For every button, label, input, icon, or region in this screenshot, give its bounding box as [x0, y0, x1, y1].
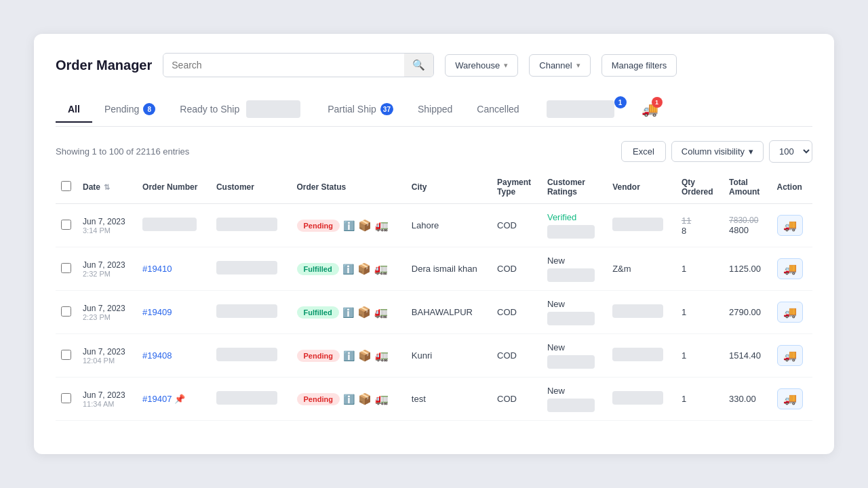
row-action: 🚚	[772, 247, 812, 291]
customer-placeholder	[216, 218, 277, 231]
chevron-down-icon: ▾	[576, 61, 580, 70]
row-action: 🚚	[772, 204, 812, 247]
row-order-status: Pending ℹ️ 📦 🚛	[292, 334, 406, 378]
action-truck-button[interactable]: 🚚	[777, 302, 803, 323]
col-customer-ratings: CustomerRatings	[542, 171, 607, 204]
info-icon[interactable]: ℹ️	[343, 220, 355, 231]
col-vendor: Vendor	[607, 171, 676, 204]
row-date: Jun 7, 2023 3:14 PM	[77, 204, 137, 247]
row-payment-type: COD	[492, 334, 542, 378]
order-num-placeholder	[142, 218, 197, 231]
col-payment-type: PaymentType	[492, 171, 542, 204]
action-truck-button[interactable]: 🚚	[777, 345, 803, 366]
action-truck-button[interactable]: 🚚	[777, 258, 803, 279]
row-checkbox[interactable]	[61, 350, 71, 360]
row-customer	[211, 334, 292, 378]
column-visibility-button[interactable]: Column visibility ▾	[671, 141, 764, 162]
tab-pending[interactable]: Pending 8	[92, 96, 167, 123]
row-date: Jun 7, 2023 2:32 PM	[77, 247, 137, 291]
row-checkbox[interactable]	[61, 306, 71, 317]
col-qty-ordered: QtyOrdered	[676, 171, 724, 204]
row-checkbox[interactable]	[61, 263, 71, 273]
row-vendor	[607, 378, 676, 421]
customer-placeholder	[216, 348, 277, 361]
row-vendor: Z&m	[607, 247, 676, 291]
partial-ship-badge: 37	[380, 103, 393, 115]
order-number-link[interactable]: #19407	[142, 394, 172, 404]
select-all-checkbox[interactable]	[61, 181, 71, 191]
row-checkbox-cell	[56, 334, 77, 378]
order-number-link[interactable]: #19410	[142, 264, 172, 274]
box-icon[interactable]: 📦	[358, 349, 372, 362]
vendor-placeholder	[612, 391, 663, 405]
rating-placeholder	[547, 355, 595, 369]
status-badge: Pending	[297, 393, 340, 405]
main-container: Order Manager 🔍 Warehouse ▾ Channel ▾ Ma…	[34, 34, 834, 454]
tab-shipped[interactable]: Shipped	[406, 97, 465, 123]
per-page-select[interactable]: 100 50 25	[769, 140, 812, 163]
order-number-link[interactable]: #19408	[142, 350, 172, 361]
info-icon[interactable]: ℹ️	[342, 307, 354, 318]
box-icon[interactable]: 📦	[357, 306, 371, 319]
customer-placeholder	[216, 261, 277, 274]
truck-icon[interactable]: 🚛	[375, 392, 389, 405]
box-icon[interactable]: 📦	[358, 392, 372, 405]
order-number-link[interactable]: #19409	[142, 307, 172, 317]
status-badge: Pending	[297, 220, 340, 232]
manage-filters-button[interactable]: Manage filters	[601, 54, 677, 77]
truck-icon[interactable]: 🚛	[374, 306, 388, 319]
info-icon[interactable]: ℹ️	[342, 264, 354, 274]
table-row: Jun 7, 2023 11:34 AM #19407 📌 Pending ℹ️…	[56, 378, 812, 421]
qty-ordered-value: 1	[682, 307, 718, 317]
row-checkbox[interactable]	[61, 393, 71, 403]
amount-strikethrough: 7830.00	[729, 216, 766, 225]
vendor-placeholder	[612, 218, 663, 231]
row-order-status: Pending ℹ️ 📦 🚛	[292, 378, 406, 421]
status-badge: Fulfilled	[297, 306, 339, 319]
row-date: Jun 7, 2023 2:23 PM	[77, 291, 137, 334]
sort-icon: ⇅	[104, 183, 110, 191]
info-icon[interactable]: ℹ️	[343, 350, 355, 361]
channel-filter[interactable]: Channel ▾	[529, 54, 590, 77]
row-checkbox-cell	[56, 247, 77, 291]
box-icon[interactable]: 📦	[357, 262, 371, 275]
action-truck-button[interactable]: 🚚	[777, 388, 803, 409]
tab-ready-to-ship[interactable]: Ready to Ship	[167, 94, 315, 126]
action-truck-button[interactable]: 🚚	[777, 215, 803, 236]
warehouse-filter[interactable]: Warehouse ▾	[445, 54, 518, 77]
row-total-amount: 1514.40	[724, 334, 771, 378]
row-payment-type: COD	[492, 378, 542, 421]
qty-ordered-value: 1	[682, 350, 718, 361]
tab-partial-ship[interactable]: Partial Ship 37	[315, 96, 406, 123]
row-city: Lahore	[406, 204, 492, 247]
amount-value: 1125.00	[729, 264, 761, 274]
tab-all[interactable]: All	[56, 97, 92, 123]
search-button[interactable]: 🔍	[404, 54, 433, 77]
truck-icon[interactable]: 🚛	[375, 219, 389, 232]
amount-main: 4800	[729, 225, 766, 235]
info-icon[interactable]: ℹ️	[343, 394, 355, 405]
col-city: City	[406, 171, 492, 204]
tab-extra1[interactable]: 1	[532, 94, 629, 126]
row-checkbox[interactable]	[61, 220, 71, 230]
truck-icon[interactable]: 🚛	[374, 262, 388, 275]
rating-value: New	[547, 299, 565, 309]
table-controls: Showing 1 to 100 of 22116 entries Excel …	[56, 140, 812, 163]
tab-cancelled[interactable]: Cancelled	[465, 97, 531, 123]
row-order-number	[137, 204, 211, 247]
box-icon[interactable]: 📦	[358, 219, 372, 232]
truck-icon-wrapper: 🚚 1	[642, 101, 658, 117]
rating-value: New	[547, 256, 565, 266]
row-total-amount: 7830.00 4800	[724, 204, 771, 247]
truck-badge: 1	[652, 97, 663, 108]
table-row: Jun 7, 2023 12:04 PM #19408 Pending ℹ️ 📦…	[56, 334, 812, 378]
row-customer	[211, 291, 292, 334]
excel-button[interactable]: Excel	[621, 141, 666, 162]
row-city: BAHAWALPUR	[406, 291, 492, 334]
row-checkbox-cell	[56, 378, 77, 421]
search-input[interactable]	[163, 54, 404, 76]
col-action: Action	[772, 171, 812, 204]
row-order-status: Fulfilled ℹ️ 📦 🚛	[292, 291, 406, 334]
truck-icon[interactable]: 🚛	[375, 349, 389, 362]
tab-extra2[interactable]: 🚚 1	[629, 94, 675, 125]
